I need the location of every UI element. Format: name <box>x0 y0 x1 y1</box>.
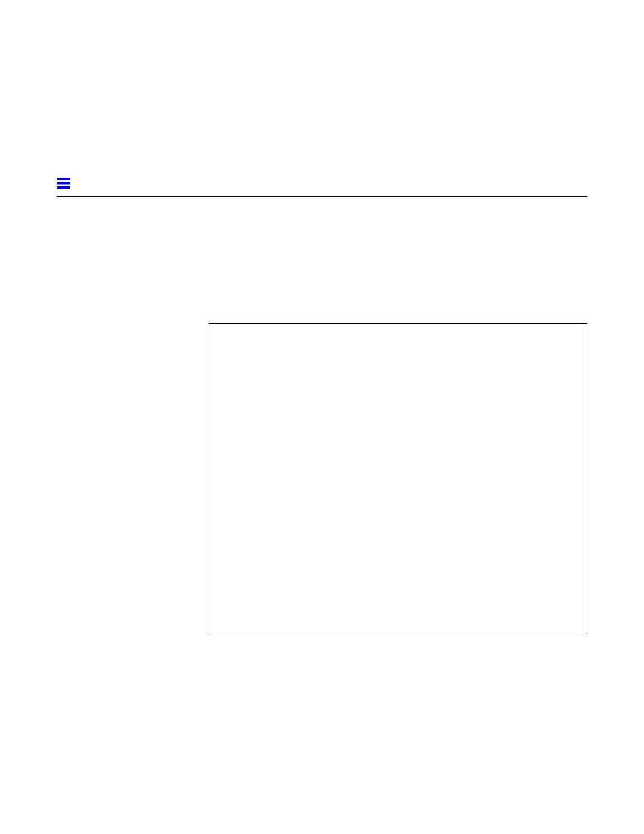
header-divider <box>57 196 587 197</box>
svg-rect-0 <box>57 178 70 180</box>
svg-rect-2 <box>57 186 70 189</box>
page-header <box>57 178 587 197</box>
content-box <box>209 323 587 635</box>
menu-icon <box>57 178 70 189</box>
svg-rect-1 <box>57 182 70 185</box>
